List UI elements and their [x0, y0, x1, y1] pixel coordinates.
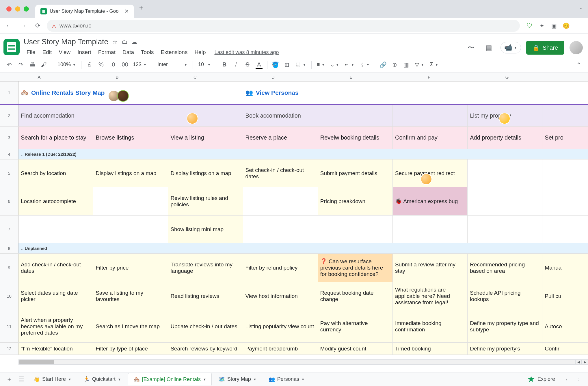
browser-menu-icon[interactable]: ⋮ [574, 22, 582, 30]
menu-tools[interactable]: Tools [138, 48, 157, 57]
row-header-9[interactable]: 9 [0, 254, 18, 282]
cell[interactable] [468, 187, 542, 215]
print-button[interactable]: 🖶 [27, 60, 38, 70]
borders-button[interactable]: ⊞ [282, 60, 292, 70]
cell[interactable] [93, 105, 168, 126]
persona-avatar[interactable] [117, 90, 129, 102]
cell[interactable] [542, 105, 588, 126]
decrease-decimal-button[interactable]: .0 [107, 60, 118, 70]
cell[interactable]: Submit a review after my stay [393, 254, 468, 282]
cell[interactable]: Schedule API pricing lookups [468, 282, 542, 310]
cell[interactable] [243, 216, 318, 243]
cell[interactable]: Translate reviews into my language [168, 254, 243, 282]
cell[interactable]: Payment breadcrumb [243, 343, 318, 355]
row-header-11[interactable]: 11 [0, 310, 18, 342]
cell[interactable]: Browse listings [93, 127, 168, 149]
activity-icon[interactable]: 〜 [465, 41, 477, 54]
cell[interactable] [18, 216, 93, 243]
chart-button[interactable]: ▥ [401, 60, 412, 70]
column-header-G[interactable]: G [468, 73, 546, 81]
wrap-button[interactable]: ↵▼ [343, 62, 357, 68]
menu-data[interactable]: Data [120, 48, 137, 57]
last-edit-link[interactable]: Last edit was 8 minutes ago [214, 49, 279, 55]
cell[interactable] [168, 105, 243, 126]
comment-button[interactable]: ⊕ [390, 60, 400, 70]
cell[interactable]: Autoco [542, 310, 588, 342]
collapse-toolbar-button[interactable]: ⌃ [574, 60, 584, 70]
close-window-button[interactable] [6, 6, 12, 12]
fill-color-button[interactable]: 🪣 [270, 60, 281, 70]
comments-icon[interactable]: ▤ [483, 41, 495, 54]
menu-view[interactable]: View [56, 48, 73, 57]
row-header-1[interactable]: 1 [0, 81, 18, 104]
reload-button[interactable]: ⟳ [32, 20, 43, 31]
cell[interactable]: Alert when a property becomes available … [18, 310, 93, 342]
cell[interactable] [542, 216, 588, 243]
view-personas-link[interactable]: 👥 View Personas [243, 81, 588, 104]
rotate-button[interactable]: ⤹▼ [358, 62, 372, 68]
map-title-cell[interactable]: 🏘️ Online Rentals Story Map [18, 81, 243, 104]
merge-button[interactable]: ⿻▼ [293, 62, 308, 68]
release-header[interactable]: ↓ Release 1 (Due: 22/10/22) [18, 149, 588, 159]
chevron-down-icon[interactable]: ▼ [302, 378, 305, 381]
scroll-left-icon[interactable]: ◀ [575, 359, 582, 365]
account-avatar[interactable] [570, 41, 583, 54]
cell[interactable] [93, 216, 168, 243]
cell[interactable]: View host information [243, 282, 318, 310]
tab-scroll-left-button[interactable]: ‹ [561, 374, 572, 385]
cell[interactable]: Pay with alternative currency [318, 310, 393, 342]
cell[interactable]: Display listings on a map [93, 159, 168, 187]
menu-extensions[interactable]: Extensions [158, 48, 190, 57]
sheets-logo[interactable] [3, 39, 20, 55]
select-all-corner[interactable] [0, 73, 0, 81]
percent-button[interactable]: % [96, 60, 106, 70]
cell[interactable]: ❓ Can we resurface previous card details… [318, 254, 393, 282]
row-header-6[interactable]: 6 [0, 187, 18, 215]
sheet-tab[interactable]: 🗺️Story Map▼ [213, 373, 262, 385]
row-header-7[interactable]: 7 [0, 216, 18, 243]
maximize-window-button[interactable] [24, 6, 29, 12]
bold-button[interactable]: B [219, 60, 230, 70]
back-button[interactable]: ← [3, 20, 14, 31]
cell[interactable]: Confirm and pay [393, 127, 468, 149]
cell[interactable]: Reveiw booking details [318, 127, 393, 149]
cell[interactable]: Reserve a place [243, 127, 318, 149]
cell[interactable]: View a listing [168, 127, 243, 149]
zoom-dropdown[interactable]: 100%▼ [55, 62, 78, 68]
all-sheets-button[interactable]: ☰ [16, 374, 27, 385]
cell[interactable]: Recommended pricing based on area [468, 254, 542, 282]
cell[interactable]: Location autocomplete [18, 187, 93, 215]
document-title[interactable]: User Story Map Template [24, 37, 108, 46]
sheet-tab[interactable]: 🏘️[Example] Online Rentals▼ [128, 373, 212, 385]
cell[interactable]: Filter by refund policy [243, 254, 318, 282]
meet-button[interactable]: 📹 ▼ [500, 42, 521, 53]
increase-decimal-button[interactable]: .00 [119, 60, 129, 70]
spreadsheet-grid[interactable]: 1🏘️ Online Rentals Story Map👥 View Perso… [0, 81, 588, 365]
row-header-10[interactable]: 10 [0, 282, 18, 310]
column-header-A[interactable]: A [0, 73, 78, 81]
cell[interactable] [243, 187, 318, 215]
close-tab-icon[interactable]: ✕ [124, 8, 129, 14]
cell[interactable]: Request booking date change [318, 282, 393, 310]
row-header-2[interactable]: 2 [0, 105, 18, 126]
sheet-tab[interactable]: 🏃Quickstart▼ [78, 373, 126, 385]
font-dropdown[interactable]: Inter▼ [155, 62, 190, 68]
extensions-icon[interactable]: ✦ [538, 22, 546, 30]
cell[interactable]: Search for a place to stay [18, 127, 93, 149]
column-header-F[interactable]: F [390, 73, 468, 81]
cell[interactable]: Add check-in / check-out dates [18, 254, 93, 282]
menu-format[interactable]: Format [95, 48, 118, 57]
cell[interactable]: Pull cu [542, 282, 588, 310]
cell[interactable]: Filter by price [93, 254, 168, 282]
cell[interactable]: 🐞 American express bug [393, 187, 468, 215]
cell[interactable]: Add property details [468, 127, 542, 149]
cell[interactable]: Find accommodation [18, 105, 93, 126]
cell[interactable]: Timed booking [393, 343, 468, 355]
v-align-button[interactable]: ⌵▼ [328, 62, 341, 68]
number-format-dropdown[interactable]: 123▼ [131, 62, 149, 68]
cell[interactable]: Filter by type of place [93, 343, 168, 355]
cell[interactable]: Confir [542, 343, 588, 355]
cell[interactable]: "I'm Flexible" location [18, 343, 93, 355]
cell[interactable] [318, 105, 393, 126]
persona-avatar[interactable] [187, 113, 198, 124]
